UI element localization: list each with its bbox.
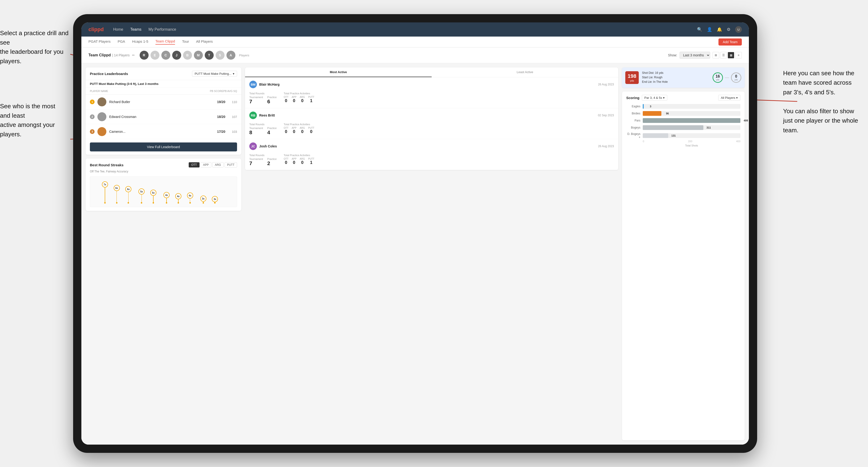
streak-stem [117,191,117,202]
pa-total-rounds-1: Total Rounds Tournament 7 Practice [249,92,277,105]
bar-label: Pars [626,119,640,122]
pa-header-3: JC Josh Coles 26 Aug 2023 [249,143,614,150]
scoring-par-filter[interactable]: Par 3, 4 & 5s ▾ [642,95,667,101]
filter-arg[interactable]: ARG [212,162,224,167]
left-column: Practice Leaderboards PUTT Must Make Put… [86,67,241,440]
streak-badge: 3x [212,196,218,202]
bell-icon[interactable]: 🔔 [717,27,722,32]
drill-selector[interactable]: PUTT Must Make Putting... ▾ [192,71,237,76]
player-score-3: 17/20 [217,130,225,133]
settings-icon[interactable]: ⚙ [727,27,731,32]
subnav-team-clippd[interactable]: Team Clippd [155,39,175,44]
team-header: Team Clippd | 14 Players ✏ R E C J B M T… [81,48,749,63]
bar-fill: 499 [643,118,740,123]
filter-putt[interactable]: PUTT [224,162,237,167]
add-team-button[interactable]: Add Team [718,38,742,45]
bar-label: Eagles [626,105,640,108]
nav-teams[interactable]: Teams [130,27,141,32]
practice-leaderboards-card: Practice Leaderboards PUTT Must Make Put… [86,67,241,155]
bar-value: 131 [671,134,676,137]
shot-dist-num: 198 [628,73,637,79]
streak-pin: 6x [125,186,131,204]
bar-track: 3 [643,104,740,109]
edit-icon[interactable]: ✏ [132,53,135,57]
subnav-all-players[interactable]: All Players [196,39,213,44]
chart-axis-label: Total Shots [626,143,740,147]
pa-avatar-2: RB [249,112,257,119]
streak-stem [166,198,167,202]
streak-dot [203,202,204,204]
bar-row: D. Bogeys + 131 [626,132,740,139]
pa-avatar-1: BM [249,81,257,88]
view-list-icon[interactable]: ☰ [720,52,727,59]
streak-dot [189,202,191,204]
subnav-hcaps[interactable]: Hcaps 1-5 [132,39,148,44]
streaks-title: Best Round Streaks [90,163,124,167]
activity-card: Most Active Least Active BM Blair McHarg… [245,67,618,170]
avatar-5: B [183,51,192,60]
tab-most-active[interactable]: Most Active [245,67,432,77]
nav-home[interactable]: Home [113,27,123,32]
practice-leaderboards-title: Practice Leaderboards [90,72,128,76]
streak-dot [141,202,142,204]
streak-pin: 3x [212,196,218,204]
players-label: Players [239,54,249,57]
subnav-pga[interactable]: PGA [118,39,125,44]
tablet-device: clippd Home Teams My Performance 🔍 👤 🔔 ⚙… [73,14,757,453]
view-table-icon[interactable]: ≡ [735,52,742,59]
pa-date-3: 26 Aug 2023 [598,145,614,148]
search-icon[interactable]: 🔍 [697,27,702,32]
streak-pin: 7x [102,181,108,204]
sub-nav: PGAT Players PGA Hcaps 1-5 Team Clippd T… [81,36,749,48]
streak-pin: 4x [163,192,169,204]
streak-badge: 5x [138,188,145,195]
streak-badge: 6x [125,186,131,192]
filter-ott[interactable]: OTT [189,162,199,167]
shot-dist-unit: yds [628,79,637,82]
subnav-pgat[interactable]: PGAT Players [88,39,111,44]
top-nav: clippd Home Teams My Performance 🔍 👤 🔔 ⚙… [81,22,749,36]
bar-fill: 96 [643,111,661,116]
view-card-icon[interactable]: ▦ [728,52,734,59]
scoring-header: Scoring Par 3, 4 & 5s ▾ All Players ▾ [626,95,740,101]
shot-circles: 16 yds — 0 yds [713,72,741,83]
person-icon[interactable]: 👤 [707,27,712,32]
annotation-bottom-left: See who is the most and least active amo… [0,101,66,139]
player-name-3: Cameron... [109,130,214,133]
rank-badge-1: 1 [90,99,95,104]
show-period-select[interactable]: Last 3 months Last 6 months Last year [680,52,710,59]
practice-leaderboards-header: Practice Leaderboards PUTT Must Make Put… [86,67,241,80]
shot-distance-badge: 198 yds [625,71,639,84]
player-avatar-1 [97,97,106,106]
right-column: 198 yds Shot Dist: 16 yds Start Lie: Rou… [622,67,745,440]
bar-row: Eagles 3 [626,104,740,109]
avatar-7: T [205,51,214,60]
scoring-player-filter[interactable]: All Players ▾ [718,95,740,101]
bar-track: 96 [643,111,740,116]
scoring-bar-chart: Eagles 3 Birdies 96 Pars 499 Bogeys 311 … [626,104,740,139]
scoring-card: Scoring Par 3, 4 & 5s ▾ All Players ▾ Ea… [622,92,745,440]
subnav-tour[interactable]: Tour [182,39,189,44]
nav-my-performance[interactable]: My Performance [149,27,176,32]
tab-least-active[interactable]: Least Active [432,67,618,77]
player-activity-3: JC Josh Coles 26 Aug 2023 Total Rounds T… [245,139,618,170]
streak-dot [214,202,216,204]
view-grid-icon[interactable]: ⊞ [713,52,719,59]
bar-label: Bogeys [626,126,640,129]
pa-name-1: Blair McHarg [259,83,280,86]
leaderboard-header: PLAYER NAME PB SCORE PB AVG SQ [86,88,241,95]
nav-items: Home Teams My Performance [113,27,697,32]
streak-pin: 6x [114,185,120,204]
streaks-subtitle: Off The Tee, Fairway Accuracy [90,170,237,173]
avatar-icon[interactable]: U [735,26,742,33]
filter-app[interactable]: APP [200,162,211,167]
streak-badge: 4x [175,193,181,199]
streak-pin: 4x [187,192,193,204]
view-full-leaderboard-button[interactable]: View Full Leaderboard [90,143,237,151]
streak-pin: 5x [138,188,145,204]
pa-avatar-3: JC [249,143,257,150]
player-name-1: Richard Butler [109,100,214,104]
shot-card: 198 yds Shot Dist: 16 yds Start Lie: Rou… [622,67,745,88]
streak-dot [104,202,106,204]
streak-dot [128,202,129,204]
